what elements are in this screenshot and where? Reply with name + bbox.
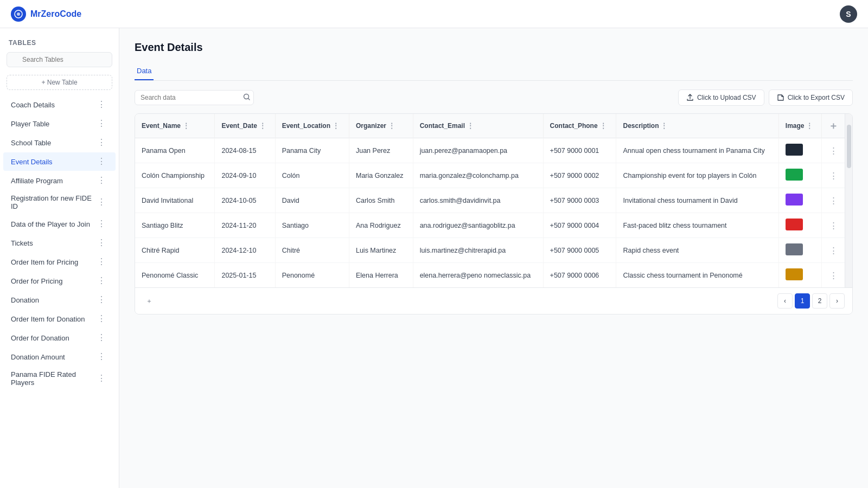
cell-image — [778, 238, 821, 263]
sidebar-item-player-table[interactable]: Player Table ⋮ — [3, 114, 116, 133]
cell-event_date: 2024-11-20 — [215, 213, 275, 238]
col-menu-icon[interactable]: ⋮ — [259, 122, 266, 130]
upload-csv-button[interactable]: Click to Upload CSV — [678, 89, 764, 106]
sidebar-item-registration-fide[interactable]: Registration for new FIDE ID ⋮ — [3, 190, 116, 214]
row-more[interactable]: ⋮ — [822, 238, 845, 263]
tab-data[interactable]: Data — [135, 62, 154, 80]
col-header-contact_email: Contact_Email⋮ — [413, 114, 543, 138]
sidebar-item-donation[interactable]: Donation ⋮ — [3, 291, 116, 309]
top-bar: MrZeroCode S — [0, 0, 868, 28]
sidebar-item-label: Order for Pricing — [11, 277, 62, 285]
sidebar-item-more-icon[interactable]: ⋮ — [95, 351, 108, 362]
col-menu-icon[interactable]: ⋮ — [806, 122, 813, 130]
cell-event_date: 2024-10-05 — [215, 188, 275, 213]
tabs-row: Data — [135, 62, 853, 81]
sidebar-item-more-icon[interactable]: ⋮ — [95, 156, 108, 167]
sidebar-item-coach-details[interactable]: Coach Details ⋮ — [3, 95, 116, 114]
cell-event_name: Panama Open — [135, 138, 215, 163]
sidebar-item-order-item-donation[interactable]: Order Item for Donation ⋮ — [3, 310, 116, 328]
row-more[interactable]: ⋮ — [822, 163, 845, 188]
pagination-next[interactable]: › — [829, 293, 845, 309]
export-csv-button[interactable]: Click to Export CSV — [769, 89, 853, 106]
sidebar-item-label: Donation Amount — [11, 353, 65, 361]
add-row-button[interactable]: ＋ — [143, 294, 158, 308]
sidebar-item-more-icon[interactable]: ⋮ — [95, 219, 108, 229]
sidebar-item-more-icon[interactable]: ⋮ — [95, 99, 108, 110]
sidebar-item-data-player-join[interactable]: Data of the Player to Join ⋮ — [3, 215, 116, 233]
upload-csv-label: Click to Upload CSV — [697, 94, 756, 101]
sidebar-item-label: Player Table — [11, 120, 49, 128]
sidebar-item-tickets[interactable]: Tickets ⋮ — [3, 234, 116, 252]
sidebar-item-order-item-pricing[interactable]: Order Item for Pricing ⋮ — [3, 253, 116, 271]
data-table-wrap: Event_Name⋮Event_Date⋮Event_Location⋮Org… — [135, 113, 853, 314]
cell-organizer: Luis Martinez — [349, 238, 413, 263]
image-thumb — [786, 144, 803, 156]
scrollbar[interactable] — [845, 114, 852, 287]
row-more[interactable]: ⋮ — [822, 138, 845, 163]
sidebar-item-more-icon[interactable]: ⋮ — [95, 256, 108, 267]
cell-event_name: Chitré Rapid — [135, 238, 215, 263]
table-row: David Invitational2024-10-05DavidCarlos … — [135, 188, 845, 213]
sidebar-item-order-donation[interactable]: Order for Donation ⋮ — [3, 329, 116, 347]
cell-event_location: Penonomé — [275, 263, 349, 288]
sidebar-item-event-details[interactable]: Event Details ⋮ — [3, 152, 116, 171]
sidebar-item-more-icon[interactable]: ⋮ — [95, 313, 108, 324]
sidebar-item-more-icon[interactable]: ⋮ — [95, 137, 108, 148]
sidebar-item-label: Affiliate Program — [11, 177, 63, 185]
col-menu-icon[interactable]: ⋮ — [467, 122, 474, 130]
sidebar-item-label: Coach Details — [11, 101, 55, 109]
col-menu-icon[interactable]: ⋮ — [183, 122, 189, 130]
cell-event_name: Santiago Blitz — [135, 213, 215, 238]
cell-organizer: Juan Perez — [349, 138, 413, 163]
search-data-button[interactable] — [243, 93, 251, 102]
sidebar-item-more-icon[interactable]: ⋮ — [95, 294, 108, 305]
col-header-event_date: Event_Date⋮ — [215, 114, 275, 138]
sidebar-item-affiliate-program[interactable]: Affiliate Program ⋮ — [3, 171, 116, 190]
add-col-icon[interactable]: ＋ — [828, 120, 838, 131]
search-data-input[interactable] — [135, 90, 254, 105]
sidebar-item-label: Order Item for Pricing — [11, 258, 78, 266]
layout: Tables 🔍 + New Table Coach Details ⋮Play… — [0, 28, 868, 488]
image-thumb — [786, 243, 803, 255]
user-avatar[interactable]: S — [840, 5, 857, 23]
row-more[interactable]: ⋮ — [822, 213, 845, 238]
col-header-event_name: Event_Name⋮ — [135, 114, 215, 138]
sidebar-item-donation-amount[interactable]: Donation Amount ⋮ — [3, 348, 116, 366]
pagination-page-2[interactable]: 2 — [812, 293, 827, 309]
new-table-button[interactable]: + New Table — [7, 75, 112, 90]
row-more[interactable]: ⋮ — [822, 263, 845, 288]
cell-contact_email: juan.perez@panamaopen.pa — [413, 138, 543, 163]
sidebar-item-label: Order Item for Donation — [11, 315, 85, 323]
col-label: Event_Location — [282, 122, 330, 130]
cell-description: Annual open chess tournament in Panama C… — [616, 138, 778, 163]
sidebar: Tables 🔍 + New Table Coach Details ⋮Play… — [0, 28, 119, 488]
sidebar-item-more-icon[interactable]: ⋮ — [95, 175, 108, 186]
cell-contact_email: elena.herrera@peno nomeclassic.pa — [413, 263, 543, 288]
sidebar-section-title: Tables — [0, 35, 119, 49]
sidebar-item-school-table[interactable]: School Table ⋮ — [3, 133, 116, 152]
sidebar-item-more-icon[interactable]: ⋮ — [95, 332, 108, 343]
pagination-prev[interactable]: ‹ — [777, 293, 793, 309]
sidebar-item-more-icon[interactable]: ⋮ — [95, 237, 108, 248]
col-menu-icon[interactable]: ⋮ — [333, 122, 339, 130]
col-add[interactable]: ＋ — [822, 114, 845, 138]
sidebar-item-more-icon[interactable]: ⋮ — [95, 118, 108, 129]
sidebar-items-list: Coach Details ⋮Player Table ⋮School Tabl… — [0, 95, 119, 390]
col-label: Contact_Phone — [550, 122, 598, 130]
sidebar-item-more-icon[interactable]: ⋮ — [95, 275, 108, 286]
cell-contact_email: maria.gonzalez@colonchamp.pa — [413, 163, 543, 188]
sidebar-item-panama-fide[interactable]: Panama FIDE Rated Players ⋮ — [3, 367, 116, 390]
col-menu-icon[interactable]: ⋮ — [661, 122, 667, 130]
col-menu-icon[interactable]: ⋮ — [388, 122, 395, 130]
sidebar-item-label: Panama FIDE Rated Players — [11, 370, 95, 387]
sidebar-item-order-pricing[interactable]: Order for Pricing ⋮ — [3, 272, 116, 290]
row-more[interactable]: ⋮ — [822, 188, 845, 213]
sidebar-item-more-icon[interactable]: ⋮ — [95, 373, 108, 384]
pagination-page-1[interactable]: 1 — [795, 293, 810, 309]
search-tables-input[interactable] — [7, 52, 112, 67]
app-name: MrZeroCode — [30, 9, 81, 19]
table-row: Chitré Rapid2024-12-10ChitréLuis Martine… — [135, 238, 845, 263]
cell-description: Fast-paced blitz chess tournament — [616, 213, 778, 238]
sidebar-item-more-icon[interactable]: ⋮ — [95, 197, 108, 208]
col-menu-icon[interactable]: ⋮ — [600, 122, 607, 130]
